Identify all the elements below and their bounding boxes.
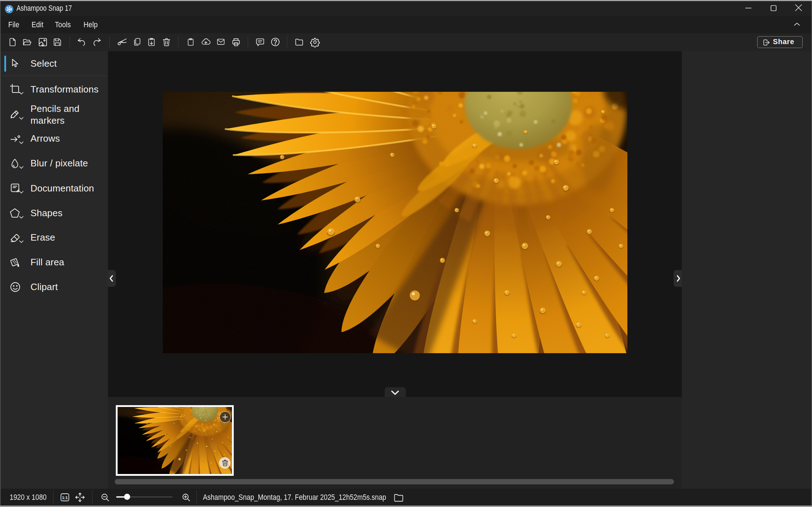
svg-text:1:1: 1:1 [62, 496, 68, 500]
